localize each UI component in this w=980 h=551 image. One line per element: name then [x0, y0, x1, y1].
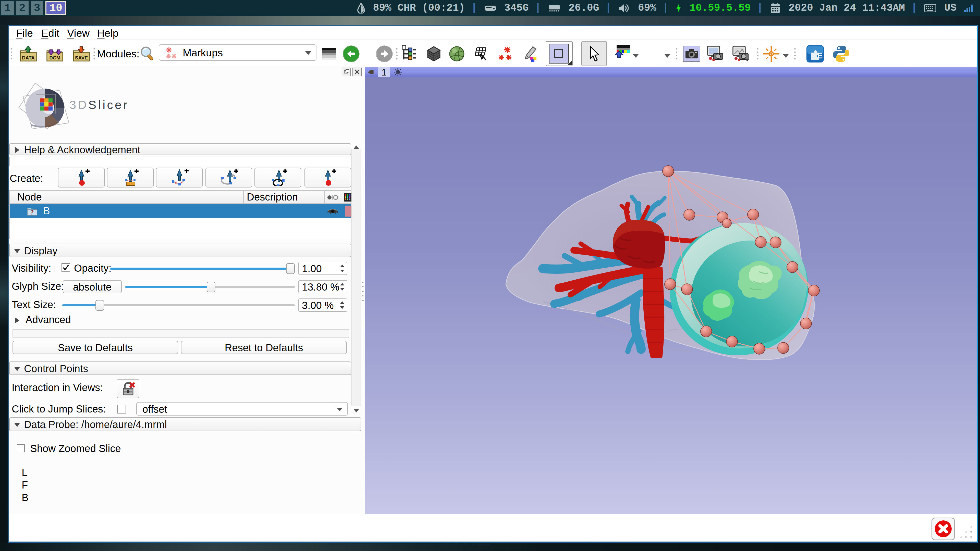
svg-text:DCM: DCM: [49, 55, 60, 60]
svg-text:SAVE: SAVE: [75, 55, 88, 60]
svg-text:?: ?: [30, 209, 34, 216]
svg-text:DATA: DATA: [22, 55, 35, 60]
svg-text:E: E: [817, 51, 822, 60]
